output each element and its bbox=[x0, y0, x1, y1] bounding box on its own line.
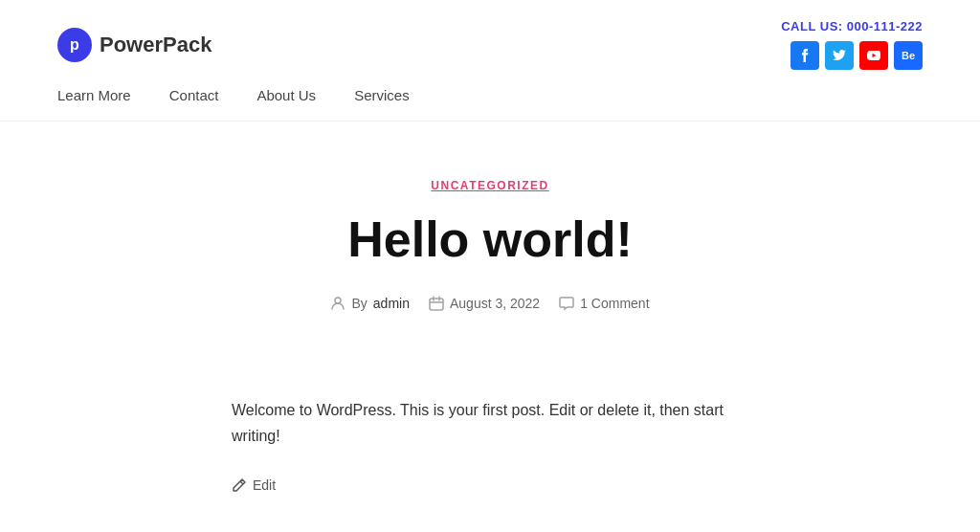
facebook-icon[interactable] bbox=[791, 41, 819, 70]
edit-label: Edit bbox=[253, 477, 276, 493]
page-header: p PowerPack CALL US: 000-111-222 Be bbox=[0, 0, 980, 70]
author-name[interactable]: admin bbox=[373, 296, 410, 311]
nav-services[interactable]: Services bbox=[354, 87, 410, 103]
nav-learn-more[interactable]: Learn More bbox=[57, 87, 131, 103]
svg-text:p: p bbox=[70, 36, 79, 53]
logo-icon: p bbox=[57, 28, 92, 62]
post-body: Welcome to WordPress. This is your first… bbox=[174, 397, 806, 497]
edit-icon bbox=[232, 477, 247, 493]
nav-about-us[interactable]: About Us bbox=[256, 87, 316, 103]
meta-author: By admin bbox=[330, 296, 409, 311]
edit-link[interactable]: Edit bbox=[232, 477, 276, 493]
header-right: CALL US: 000-111-222 Be bbox=[781, 19, 923, 70]
comment-icon bbox=[559, 296, 574, 311]
author-prefix: By bbox=[351, 296, 367, 311]
svg-point-2 bbox=[335, 298, 341, 303]
logo-area[interactable]: p PowerPack bbox=[57, 28, 212, 62]
social-icons-group: Be bbox=[781, 41, 923, 70]
nav-contact[interactable]: Contact bbox=[169, 87, 219, 103]
post-content: UNCATEGORIZED Hello world! By admin Augu… bbox=[174, 122, 806, 397]
meta-date: August 3, 2022 bbox=[429, 296, 540, 311]
post-meta: By admin August 3, 2022 1 Comment bbox=[193, 296, 787, 311]
call-us-label: CALL US: 000-111-222 bbox=[781, 19, 923, 33]
meta-comments: 1 Comment bbox=[559, 296, 649, 311]
twitter-icon[interactable] bbox=[825, 41, 854, 70]
calendar-icon bbox=[429, 296, 444, 311]
post-title: Hello world! bbox=[193, 211, 787, 269]
main-nav: Learn More Contact About Us Services bbox=[0, 70, 980, 122]
author-icon bbox=[330, 296, 345, 311]
youtube-icon[interactable] bbox=[859, 41, 888, 70]
post-date: August 3, 2022 bbox=[450, 296, 540, 311]
post-category[interactable]: UNCATEGORIZED bbox=[193, 179, 787, 192]
logo-text: PowerPack bbox=[100, 33, 212, 57]
post-text: Welcome to WordPress. This is your first… bbox=[232, 397, 748, 449]
behance-icon[interactable]: Be bbox=[894, 41, 923, 70]
comment-count[interactable]: 1 Comment bbox=[580, 296, 649, 311]
svg-rect-3 bbox=[430, 299, 443, 310]
